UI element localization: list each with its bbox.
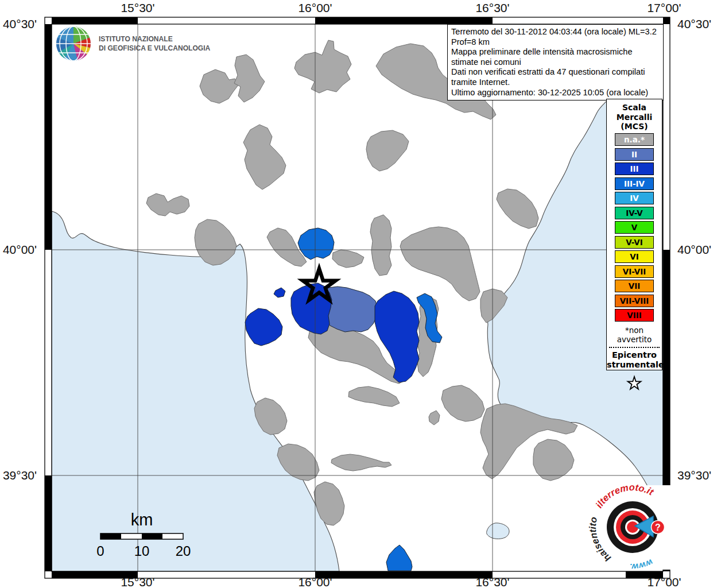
legend-divider (609, 347, 660, 348)
legend-epicenter-star-icon (623, 372, 646, 390)
info-line-event: Terremoto del 30-11-2012 04:03:44 (ora l… (451, 27, 660, 47)
axis-label-bottom: 16°00' (298, 575, 332, 588)
event-info-box: Terremoto del 30-11-2012 04:03:44 (ora l… (447, 24, 664, 100)
legend-title-line: (MCS) (607, 122, 662, 131)
legend-swatch-V: V (615, 221, 654, 234)
intensity-legend: Scala Mercalli (MCS) n.a.*IIIIIIII-IVIVI… (606, 99, 662, 370)
ingv-name-line1: ISTITUTO NAZIONALE (99, 34, 210, 44)
legend-swatch-III: III (615, 163, 654, 175)
scale-tick: 0 (96, 543, 104, 559)
axis-label-bottom: 17°00' (647, 575, 681, 588)
legend-epicenter-label: Epicentro (607, 350, 662, 360)
municipality-na (234, 55, 265, 102)
ingv-shakemap-page: { "info_box": { "lines": [ "Terremoto de… (0, 0, 721, 588)
legend-swatch-III-IV: III-IV (615, 177, 654, 190)
hsit-logo: ? haisentito ilterremoto.it www. (587, 482, 672, 572)
municipality-na (497, 189, 538, 229)
scale-tick: 20 (176, 543, 191, 559)
legend-swatch-VI: VI (615, 250, 654, 263)
municipality-na (200, 69, 239, 103)
ingv-globe-icon (55, 25, 92, 62)
municipality-iii-iv (386, 545, 412, 571)
axis-label-left: 40°00' (0, 243, 37, 257)
municipality-na (294, 40, 351, 93)
ingv-logo: ISTITUTO NAZIONALE DI GEOFISICA E VULCAN… (55, 25, 219, 62)
axis-label-right: 39°30' (677, 469, 711, 482)
legend-items: n.a.*IIIIIIII-IVIVIV-VVV-VIVIVI-VIIVIIVI… (607, 133, 662, 322)
municipality-na (370, 215, 391, 276)
axis-label-right: 40°30' (677, 17, 711, 31)
ingv-name-line2: DI GEOFISICA E VULCANOLOGIA (99, 44, 210, 53)
axis-label-top: 16°30' (475, 1, 509, 15)
municipality-na (332, 250, 364, 268)
legend-swatch-n.a.*: n.a.* (615, 133, 654, 146)
municipality-na (146, 194, 189, 216)
info-line-map: Mappa preliminare delle intensità macros… (451, 47, 660, 67)
scale-bar-unit: km (131, 510, 153, 529)
legend-swatch-V-VI: V-VI (615, 236, 654, 249)
axis-label-left: 39°30' (0, 469, 37, 482)
lake (487, 523, 509, 539)
municipality-na (348, 386, 400, 407)
info-line-data: Dati non verificati estratti da 47 quest… (451, 67, 660, 87)
legend-swatch-VI-VII: VI-VII (615, 265, 654, 278)
legend-swatch-II: II (615, 148, 654, 161)
municipality-na (429, 411, 440, 425)
municipality-na (331, 454, 391, 471)
municipality-na (366, 130, 409, 171)
legend-swatch-VIII: VIII (615, 309, 654, 322)
axis-label-top: 16°00' (298, 1, 332, 15)
municipality-na (243, 125, 286, 189)
hsit-question-mark: ? (655, 523, 661, 532)
legend-swatch-IV: IV (615, 192, 654, 204)
municipality-na (533, 439, 574, 481)
axis-label-top: 17°00' (647, 1, 681, 15)
axis-label-bottom: 15°30' (121, 575, 154, 588)
axis-label-right: 40°00' (677, 243, 711, 257)
scale-tick: 10 (134, 543, 150, 559)
legend-epicenter-label: strumentale (607, 360, 662, 370)
municipality-na (400, 227, 480, 301)
axis-label-top: 15°30' (121, 1, 154, 15)
legend-swatch-IV-V: IV-V (615, 207, 654, 219)
legend-footnote: *non avvertito (607, 326, 662, 344)
axis-label-left: 40°30' (0, 17, 37, 31)
municipality-na (441, 385, 484, 421)
info-line-update: Ultimo aggiornamento: 30-12-2025 10:05 (… (451, 88, 660, 98)
legend-swatch-VII-VIII: VII-VIII (615, 295, 654, 307)
axis-label-bottom: 16°30' (475, 575, 509, 588)
legend-title-line: Scala (607, 103, 662, 113)
municipality-iii-iv (298, 228, 334, 260)
municipality-iii (245, 308, 282, 346)
legend-title-line: Mercalli (607, 113, 662, 122)
municipality-iii (274, 288, 285, 297)
legend-swatch-VII: VII (615, 280, 654, 292)
